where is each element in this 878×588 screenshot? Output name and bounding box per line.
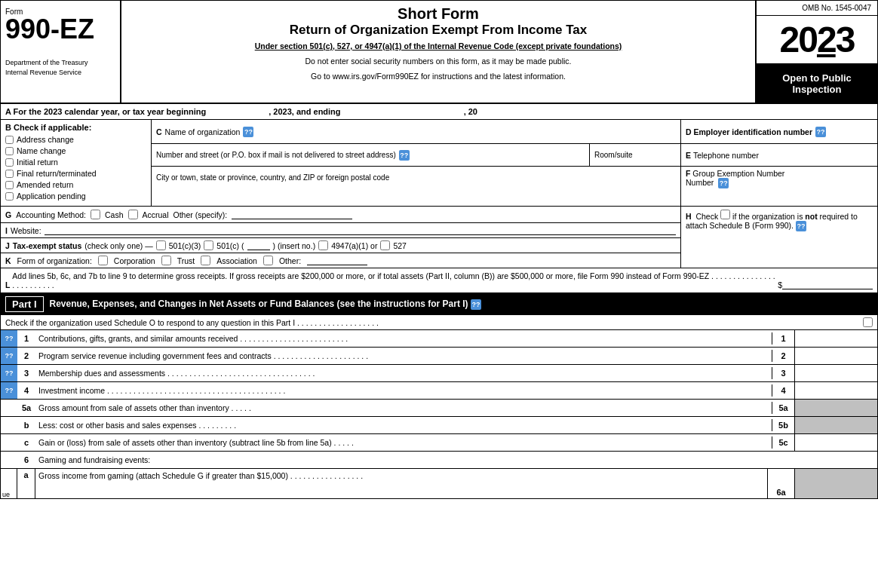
row6a-side-label: ue (1, 469, 17, 498)
schedule-b-checkbox[interactable] (720, 210, 730, 219)
other-specify-input[interactable] (232, 210, 352, 219)
name-change-item[interactable]: Name change (5, 146, 146, 155)
row4-num: 4 (17, 384, 35, 397)
final-return-checkbox[interactable] (5, 170, 14, 178)
section-b-label: B Check if applicable: (5, 123, 146, 132)
row4-amount[interactable] (794, 382, 877, 399)
other-label: Other (specify): (173, 210, 228, 219)
4947-checkbox[interactable] (318, 240, 328, 250)
section-i: I Website: (1, 223, 680, 238)
other-k-input[interactable] (307, 256, 367, 265)
corp-checkbox[interactable] (98, 256, 108, 265)
accrual-label: Accrual (143, 210, 169, 219)
section-j-label: J (5, 241, 10, 250)
amended-return-item[interactable]: Amended return (5, 180, 146, 189)
table-row: ?? 2 Program service revenue including g… (1, 348, 877, 365)
initial-return-checkbox[interactable] (5, 158, 14, 167)
part1-check-checkbox[interactable] (863, 317, 873, 327)
section-f: F Group Exemption NumberNumber ?? (681, 167, 877, 191)
section-c-info-icon[interactable]: ?? (243, 127, 253, 137)
row2-icon[interactable]: ?? (1, 348, 17, 364)
address-change-label: Address change (17, 135, 74, 144)
initial-return-item[interactable]: Initial return (5, 158, 146, 167)
section-a-text: For the 2023 calendar year, or tax year … (14, 107, 207, 116)
section-c: C Name of organization ?? Number and str… (152, 120, 681, 206)
section-f-info-icon[interactable]: ?? (718, 178, 729, 188)
section-d: D Employer identification number ?? (681, 120, 877, 144)
section-k-label: K (5, 256, 11, 265)
section-i-label: I (5, 226, 8, 235)
501c-num-input[interactable] (247, 240, 270, 250)
table-row: ?? 4 Investment income . . . . . . . . .… (1, 382, 877, 400)
final-return-label: Final return/terminated (17, 169, 97, 178)
website-input[interactable] (45, 225, 676, 235)
row5a-line-num: 5a (772, 402, 794, 414)
row2-amount[interactable] (794, 348, 877, 364)
section-def: D Employer identification number ?? E Te… (681, 120, 877, 206)
assoc-checkbox[interactable] (201, 256, 210, 265)
form-number: 990-EZ (5, 16, 115, 43)
section-l-input[interactable] (782, 279, 873, 289)
section-a-label: A (5, 107, 14, 116)
row3-desc: Membership dues and assessments . . . . … (35, 367, 772, 379)
header-center: Short Form Return of Organization Exempt… (121, 1, 757, 103)
cash-label: Cash (105, 210, 124, 219)
501c3-checkbox[interactable] (156, 240, 166, 250)
trust-checkbox[interactable] (161, 256, 171, 265)
section-c-street-info-icon[interactable]: ?? (399, 150, 410, 161)
section-g: G Accounting Method: Cash Accrual Other … (1, 207, 680, 223)
other-k-checkbox[interactable] (263, 256, 273, 265)
section-h-info-icon[interactable]: ?? (796, 221, 806, 231)
app-pending-checkbox[interactable] (5, 192, 14, 201)
table-row: ?? 3 Membership dues and assessments . .… (1, 365, 877, 382)
row3-amount[interactable] (794, 365, 877, 381)
header-right: OMB No. 1545-0047 2023 Open to Public In… (757, 1, 877, 103)
row1-icon[interactable]: ?? (1, 330, 17, 347)
501c3-label: 501(c)(3) (169, 241, 201, 250)
insert-no-label: ) (insert no.) (273, 241, 316, 250)
dept-info: Department of the Treasury Internal Reve… (5, 58, 115, 77)
app-pending-label: Application pending (17, 191, 86, 201)
row1-amount[interactable] (794, 330, 877, 347)
row6a-amount[interactable] (794, 469, 877, 498)
row6-desc: Gaming and fundraising events: (35, 454, 877, 466)
527-checkbox[interactable] (380, 240, 390, 250)
501c-checkbox[interactable] (204, 240, 213, 250)
row4-icon[interactable]: ?? (1, 382, 17, 399)
assoc-label: Association (216, 256, 257, 265)
section-e: E Telephone number (681, 144, 877, 167)
part1-info-icon[interactable]: ?? (471, 299, 481, 310)
row3-icon[interactable]: ?? (1, 365, 17, 381)
corp-label: Corporation (114, 256, 155, 265)
sections-ghijk: G Accounting Method: Cash Accrual Other … (1, 207, 877, 268)
row5b-amount[interactable] (794, 417, 877, 433)
accrual-checkbox[interactable] (128, 210, 138, 219)
row5c-no-icon (1, 434, 17, 451)
section-a-end: , 20 (464, 107, 477, 116)
amended-return-checkbox[interactable] (5, 181, 14, 189)
address-change-checkbox[interactable] (5, 136, 14, 144)
section-d-info-icon[interactable]: ?? (815, 127, 826, 137)
row6-container: 6 Gaming and fundraising events: ue a Gr… (1, 452, 877, 498)
section-c-street: Number and street (or P.O. box if mail i… (152, 144, 680, 167)
section-g-label: G (5, 210, 11, 219)
row5a-amount[interactable] (794, 400, 877, 416)
name-change-checkbox[interactable] (5, 147, 14, 155)
year-box: 2023 (757, 16, 877, 65)
address-change-item[interactable]: Address change (5, 135, 146, 144)
app-pending-item[interactable]: Application pending (5, 191, 146, 201)
row5c-amount[interactable] (794, 434, 877, 451)
section-h: H Check if the organization is not requi… (681, 207, 877, 268)
section-j: J Tax-exempt status (check only one) — 5… (1, 238, 680, 253)
4947-label: 4947(a)(1) or (331, 241, 377, 250)
row5b-no-icon (1, 417, 17, 433)
cash-checkbox[interactable] (91, 210, 100, 219)
section-gijk: G Accounting Method: Cash Accrual Other … (1, 207, 681, 268)
final-return-item[interactable]: Final return/terminated (5, 169, 146, 178)
title-line1: Short Form (129, 5, 748, 23)
section-c-name: C Name of organization ?? (152, 120, 680, 144)
section-c-room: Room/suite (590, 144, 680, 166)
section-a-space2 (343, 107, 464, 116)
table-row: ?? 1 Contributions, gifts, grants, and s… (1, 330, 877, 348)
section-l-label: L (5, 280, 10, 289)
